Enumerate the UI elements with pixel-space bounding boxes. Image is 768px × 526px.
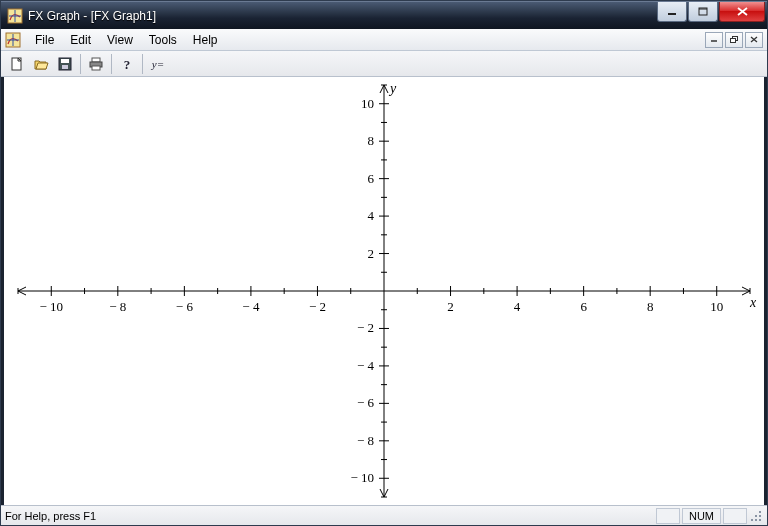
function-icon: y= xyxy=(149,56,167,72)
status-pane-1 xyxy=(656,508,680,524)
resize-grip-icon[interactable] xyxy=(749,509,763,523)
svg-rect-72 xyxy=(751,519,753,521)
window-title: FX Graph - [FX Graph1] xyxy=(28,9,656,23)
mdi-doc-icon xyxy=(5,32,21,48)
y-tick-label: − 2 xyxy=(357,320,374,336)
x-tick-label: − 2 xyxy=(309,299,326,315)
toolbar-separator xyxy=(142,54,143,74)
menu-view[interactable]: View xyxy=(99,31,141,49)
toolbar-separator xyxy=(111,54,112,74)
status-numlock: NUM xyxy=(682,508,721,524)
app-icon xyxy=(7,8,23,24)
question-icon: ? xyxy=(119,56,135,72)
menu-file[interactable]: File xyxy=(27,31,62,49)
svg-rect-71 xyxy=(755,519,757,521)
svg-rect-18 xyxy=(92,66,100,70)
app-window: FX Graph - [FX Graph1] File Edit View xyxy=(0,0,768,526)
print-button[interactable] xyxy=(84,53,108,75)
window-controls xyxy=(656,2,765,22)
save-disk-icon xyxy=(57,56,73,72)
y-tick-label: − 4 xyxy=(357,358,374,374)
svg-rect-15 xyxy=(62,65,68,69)
y-tick-label: − 6 xyxy=(357,395,374,411)
svg-rect-16 xyxy=(92,58,100,62)
mdi-minimize-button[interactable] xyxy=(705,32,723,48)
y-tick-label: − 10 xyxy=(350,470,374,486)
close-button[interactable] xyxy=(719,2,765,22)
new-file-icon xyxy=(9,56,25,72)
svg-text:y=: y= xyxy=(151,58,164,70)
svg-rect-67 xyxy=(759,511,761,513)
svg-rect-68 xyxy=(759,515,761,517)
svg-rect-70 xyxy=(759,519,761,521)
y-tick-label: 4 xyxy=(368,208,375,224)
x-tick-label: − 4 xyxy=(242,299,259,315)
new-button[interactable] xyxy=(5,53,29,75)
save-button[interactable] xyxy=(53,53,77,75)
graph-canvas[interactable]: − 10− 8− 6− 4− 2246810− 10− 8− 6− 4− 224… xyxy=(4,77,764,505)
y-tick-label: 6 xyxy=(368,171,375,187)
toolbar-separator xyxy=(80,54,81,74)
svg-rect-69 xyxy=(755,515,757,517)
status-pane-3 xyxy=(723,508,747,524)
x-tick-label: − 10 xyxy=(39,299,63,315)
y-tick-label: 10 xyxy=(361,96,374,112)
menubar: File Edit View Tools Help xyxy=(1,29,767,51)
menu-edit[interactable]: Edit xyxy=(62,31,99,49)
x-tick-label: 2 xyxy=(447,299,454,315)
x-tick-label: 6 xyxy=(580,299,587,315)
y-axis-label: y xyxy=(390,81,396,97)
status-hint: For Help, press F1 xyxy=(5,510,654,522)
svg-text:?: ? xyxy=(124,57,131,72)
minimize-button[interactable] xyxy=(657,2,687,22)
menu-help[interactable]: Help xyxy=(185,31,226,49)
svg-rect-11 xyxy=(730,38,735,42)
titlebar: FX Graph - [FX Graph1] xyxy=(1,1,767,29)
statusbar: For Help, press F1 NUM xyxy=(1,505,767,525)
x-tick-label: − 6 xyxy=(176,299,193,315)
x-tick-label: 4 xyxy=(514,299,521,315)
help-button[interactable]: ? xyxy=(115,53,139,75)
menu-tools[interactable]: Tools xyxy=(141,31,185,49)
printer-icon xyxy=(88,56,104,72)
content-area: − 10− 8− 6− 4− 2246810− 10− 8− 6− 4− 224… xyxy=(1,77,767,505)
y-tick-label: − 8 xyxy=(357,433,374,449)
open-button[interactable] xyxy=(29,53,53,75)
x-tick-label: 8 xyxy=(647,299,654,315)
maximize-button[interactable] xyxy=(688,2,718,22)
toolbar: ? y= xyxy=(1,51,767,77)
y-tick-label: 8 xyxy=(368,133,375,149)
x-tick-label: 10 xyxy=(710,299,723,315)
mdi-restore-button[interactable] xyxy=(725,32,743,48)
x-tick-label: − 8 xyxy=(109,299,126,315)
x-axis-label: x xyxy=(750,295,756,311)
y-tick-label: 2 xyxy=(368,246,375,262)
open-folder-icon xyxy=(33,56,49,72)
mdi-controls xyxy=(705,32,767,48)
mdi-close-button[interactable] xyxy=(745,32,763,48)
function-button[interactable]: y= xyxy=(146,53,170,75)
svg-rect-14 xyxy=(61,59,69,63)
